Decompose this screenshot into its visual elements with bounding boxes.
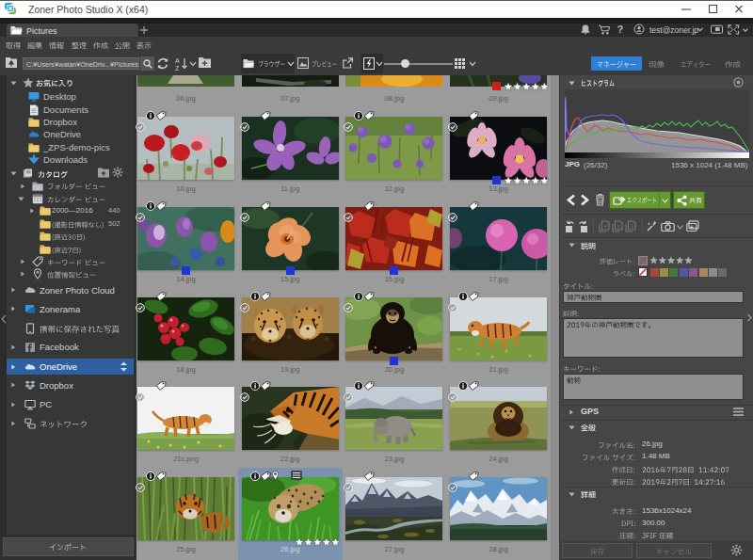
svg-text:1: 1 [631, 223, 634, 229]
svg-text:A: A [175, 57, 180, 64]
svg-text:test@zoner.jp: test@zoner.jp [649, 25, 698, 35]
svg-text:Z: Z [175, 65, 180, 72]
svg-text:x: x [617, 223, 620, 229]
svg-text:?: ? [617, 24, 624, 35]
svg-text:+: + [603, 223, 607, 229]
